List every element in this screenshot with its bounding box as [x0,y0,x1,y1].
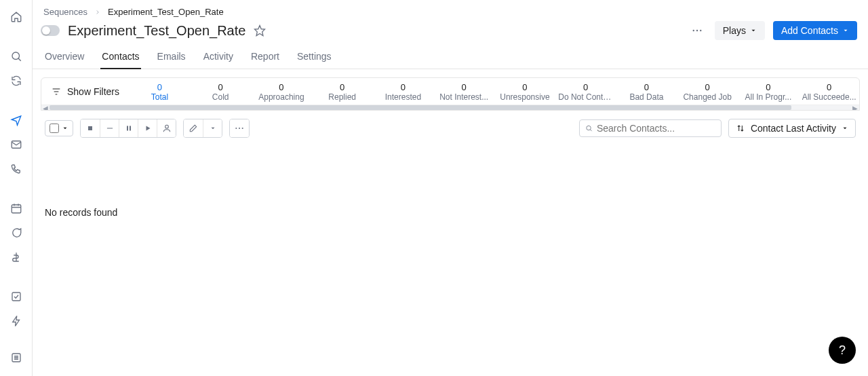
status-label: Cold [193,92,248,102]
more-actions-button[interactable] [688,21,707,40]
play-icon [144,124,152,132]
nav-calendar-icon[interactable] [8,202,24,214]
nav-list-icon[interactable] [8,352,24,364]
svg-point-17 [587,126,591,130]
sort-icon [736,124,745,133]
tab-overview[interactable]: Overview [43,45,85,69]
scrollbar-thumb[interactable] [50,105,791,110]
filter-icon [51,86,62,97]
chevron-right-icon [94,9,101,16]
svg-rect-2 [12,205,21,213]
nav-tasks-icon[interactable] [8,290,24,303]
status-total[interactable]: 0 Total [129,78,190,105]
status-unresponsive[interactable]: 0 Unresponsive [494,78,555,105]
nav-phone-icon[interactable] [8,163,24,175]
scroll-right-icon[interactable]: ▶ [852,105,858,111]
breadcrumb-root[interactable]: Sequences [43,7,87,17]
tabs: Overview Contacts Emails Activity Report… [33,45,868,69]
more-horizontal-icon [234,123,245,134]
svg-rect-10 [88,126,92,130]
status-replied[interactable]: 0 Replied [311,78,372,105]
remove-button[interactable] [100,119,119,137]
status-label: Not Interest... [437,92,492,102]
show-filters-button[interactable]: Show Filters [41,78,129,105]
status-count: 0 [315,82,370,92]
status-count: 0 [498,82,553,92]
favorite-star-icon[interactable] [254,24,266,37]
status-count: 0 [437,82,492,92]
horizontal-scrollbar[interactable]: ◀ ▶ [41,105,859,110]
scroll-left-icon[interactable]: ◀ [43,105,48,111]
stop-button[interactable] [81,119,100,137]
status-changed-job[interactable]: 0 Changed Job [677,78,738,105]
nav-refresh-icon[interactable] [8,75,24,87]
svg-rect-3 [12,293,20,301]
plays-button[interactable]: Plays [715,21,765,40]
nav-search-icon[interactable] [8,50,24,62]
svg-point-15 [239,128,240,129]
action-group-3 [229,119,250,138]
svg-point-13 [165,125,168,128]
pause-button[interactable] [119,119,138,137]
status-all-in-progress[interactable]: 0 All In Progr... [738,78,799,105]
search-icon [585,123,593,134]
assign-button[interactable] [157,119,176,137]
status-all-succeeded[interactable]: 0 All Succeede... [798,78,859,105]
pencil-icon [189,124,198,133]
status-label: Total [132,92,187,102]
status-label: Approaching [254,92,309,102]
title-row: Experiment_Test_Open_Rate Plays Add Cont… [33,20,868,45]
page-title: Experiment_Test_Open_Rate [68,23,245,39]
edit-button[interactable] [184,119,203,137]
status-do-not-contact[interactable]: 0 Do Not Conta... [555,78,616,105]
stop-icon [86,124,94,132]
status-label: Interested [376,92,431,102]
tab-report[interactable]: Report [250,45,281,69]
status-count: 0 [802,82,856,92]
status-approaching[interactable]: 0 Approaching [251,78,312,105]
side-nav [0,0,33,376]
status-cold[interactable]: 0 Cold [190,78,251,105]
play-button[interactable] [138,119,157,137]
search-contacts[interactable] [579,119,722,137]
sort-button[interactable]: Contact Last Activity [728,119,856,138]
more-toolbar-button[interactable] [230,119,249,137]
status-label: Replied [315,92,370,102]
nav-chat-icon[interactable] [8,227,24,239]
edit-dropdown[interactable] [203,119,222,137]
select-all-checkbox[interactable] [45,120,73,136]
tab-emails[interactable]: Emails [156,45,187,69]
caret-down-icon [842,27,849,34]
nav-deals-icon[interactable] [8,251,24,263]
status-label: Bad Data [619,92,674,102]
status-label: Unresponsive [498,92,553,102]
caret-down-icon [842,125,848,132]
svg-point-9 [700,30,701,31]
sequence-toggle[interactable] [41,25,60,36]
status-not-interested[interactable]: 0 Not Interest... [433,78,494,105]
svg-point-16 [242,128,243,129]
status-interested[interactable]: 0 Interested [372,78,433,105]
nav-home-icon[interactable] [8,11,24,23]
svg-point-7 [692,30,694,31]
tab-settings[interactable]: Settings [296,45,333,69]
status-label: All In Progr... [741,92,796,102]
caret-down-icon [62,125,68,132]
search-input[interactable] [597,123,715,134]
svg-rect-12 [130,126,131,131]
add-contacts-button[interactable]: Add Contacts [773,21,857,40]
nav-mail-icon[interactable] [8,138,24,151]
status-bad-data[interactable]: 0 Bad Data [616,78,677,105]
status-count: 0 [558,82,613,92]
help-button[interactable]: ? [829,337,856,364]
pause-icon [125,124,133,132]
tab-contacts[interactable]: Contacts [100,45,140,69]
nav-bolt-icon[interactable] [8,315,24,327]
tab-activity[interactable]: Activity [202,45,235,69]
status-count: 0 [741,82,796,92]
minus-icon [105,124,115,133]
status-count: 0 [254,82,309,92]
checkbox-input[interactable] [50,124,59,133]
empty-state: No records found [41,146,860,218]
nav-send-icon[interactable] [8,114,24,126]
